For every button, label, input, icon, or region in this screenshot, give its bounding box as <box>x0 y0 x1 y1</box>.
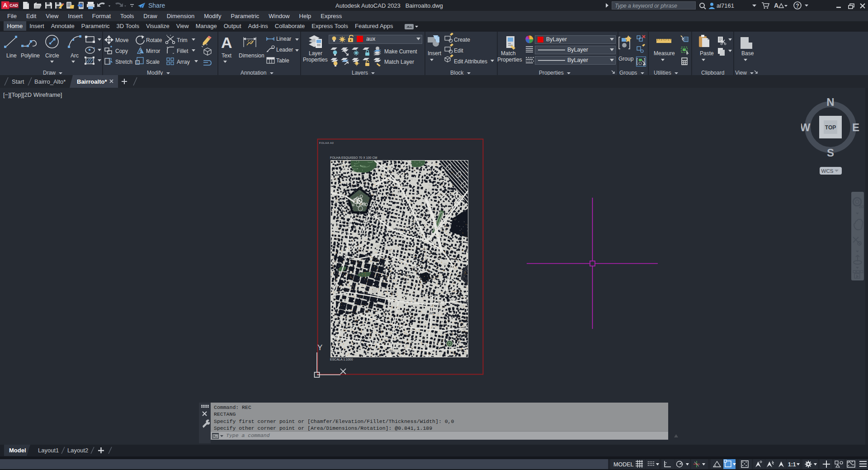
svg-text:A: A <box>3 2 8 9</box>
svg-text:Insert: Insert <box>428 50 442 57</box>
svg-text:Measure: Measure <box>654 50 675 57</box>
svg-text:TOP: TOP <box>825 124 836 131</box>
svg-text:Make Current: Make Current <box>384 48 417 55</box>
svg-text:1:1: 1:1 <box>788 461 796 468</box>
svg-text:ByLayer: ByLayer <box>567 47 588 53</box>
svg-text:Bairro_Alto*: Bairro_Alto* <box>34 78 66 85</box>
svg-text:Copy: Copy <box>115 48 128 54</box>
svg-text:?: ? <box>796 3 799 9</box>
svg-text:A: A <box>221 34 232 51</box>
svg-text:Table: Table <box>276 57 289 64</box>
svg-text:E: E <box>852 121 859 133</box>
svg-text:Model: Model <box>9 447 26 454</box>
svg-text:Dimension: Dimension <box>239 52 264 59</box>
svg-text:Mirror: Mirror <box>146 48 160 54</box>
svg-text:Match Layer: Match Layer <box>384 59 414 65</box>
svg-text:A: A <box>774 2 778 9</box>
svg-text:N: N <box>826 96 834 108</box>
svg-text:Polyline: Polyline <box>21 52 40 59</box>
svg-text:Start: Start <box>12 78 24 85</box>
svg-text:Leader: Leader <box>276 47 293 53</box>
svg-text:Edit Attributes: Edit Attributes <box>454 58 487 65</box>
svg-text:Array: Array <box>177 59 190 65</box>
svg-text:Scale: Scale <box>146 59 160 65</box>
svg-text:Create: Create <box>454 37 470 43</box>
svg-text:Circle: Circle <box>45 52 59 59</box>
svg-text:WCS: WCS <box>821 168 834 174</box>
svg-text:Fillet: Fillet <box>177 48 189 54</box>
svg-text:S: S <box>827 147 834 159</box>
svg-text:Edit: Edit <box>454 47 463 54</box>
svg-text:W: W <box>801 121 811 133</box>
svg-text:Group: Group <box>618 56 634 62</box>
svg-text:aux: aux <box>366 36 376 42</box>
svg-text:2D: 2D <box>859 204 864 209</box>
svg-text:Match: Match <box>501 50 516 57</box>
svg-text:Properties: Properties <box>497 57 522 63</box>
svg-text:Stretch: Stretch <box>115 59 132 65</box>
svg-text:ByLayer: ByLayer <box>567 57 588 63</box>
svg-text:MODEL: MODEL <box>613 461 634 468</box>
svg-text:ByLayer: ByLayer <box>546 36 567 43</box>
svg-text:Paste: Paste <box>700 50 714 57</box>
svg-text:Layer: Layer <box>309 50 322 57</box>
svg-text:Linear: Linear <box>276 36 291 42</box>
svg-text:Arc: Arc <box>71 52 79 59</box>
svg-text:Trim: Trim <box>177 37 188 43</box>
svg-text:Bairroalto*: Bairroalto* <box>77 78 107 85</box>
svg-text:Line: Line <box>6 52 17 59</box>
svg-text:Text: Text <box>222 52 232 59</box>
svg-text:Layout1: Layout1 <box>38 447 59 454</box>
svg-text:Rotate: Rotate <box>146 37 162 43</box>
svg-text:Properties: Properties <box>303 57 328 63</box>
svg-text:Base: Base <box>741 50 754 57</box>
svg-text:Move: Move <box>115 37 129 43</box>
svg-text:CAD: CAD <box>9 3 18 8</box>
svg-text:Layout2: Layout2 <box>67 447 88 454</box>
svg-text:Y: Y <box>317 343 322 352</box>
